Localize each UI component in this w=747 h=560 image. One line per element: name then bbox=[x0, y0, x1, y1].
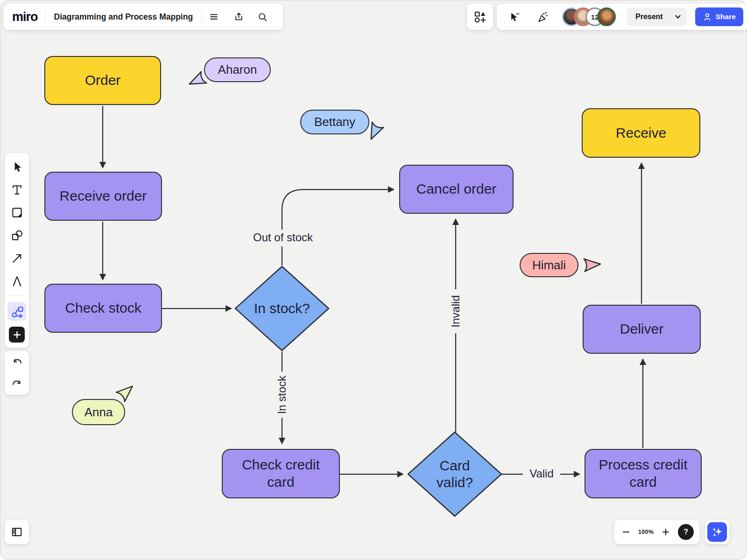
export-icon[interactable] bbox=[232, 11, 244, 23]
history-toolbar bbox=[5, 351, 29, 395]
widgets-panel[interactable] bbox=[467, 4, 493, 30]
node-label: Receive bbox=[616, 125, 666, 142]
undo-icon[interactable] bbox=[8, 354, 25, 371]
node-label: Process credit card bbox=[599, 456, 688, 490]
avatar-stack[interactable]: 12 bbox=[562, 7, 616, 26]
flow-node-deliver[interactable]: Deliver bbox=[583, 305, 701, 354]
node-label: Card valid? bbox=[429, 457, 481, 491]
miro-logo[interactable]: miro bbox=[12, 10, 45, 24]
present-label: Present bbox=[635, 13, 669, 21]
celebrate-icon[interactable] bbox=[536, 11, 549, 23]
divider bbox=[669, 11, 670, 22]
redo-icon[interactable] bbox=[8, 375, 25, 392]
topbar-right: 12 Present Share bbox=[497, 4, 747, 30]
zoom-controls: 100% ? bbox=[614, 520, 699, 544]
ai-assistant-panel bbox=[705, 520, 729, 544]
panel-toggle-icon bbox=[11, 526, 23, 538]
flow-node-receive-order[interactable]: Receive order bbox=[44, 172, 162, 221]
present-button[interactable]: Present bbox=[627, 7, 687, 26]
edge-label-invalid[interactable]: Invalid bbox=[448, 291, 464, 331]
divider bbox=[201, 10, 202, 24]
topbar-left: miro Diagramming and Process Mapping bbox=[4, 4, 283, 30]
node-label: In stock? bbox=[254, 300, 310, 317]
panel-toggle-button[interactable] bbox=[5, 520, 29, 544]
avatar-green-ring[interactable] bbox=[597, 7, 616, 26]
share-button[interactable]: Share bbox=[695, 7, 743, 26]
search-icon[interactable] bbox=[256, 11, 268, 23]
flow-node-receive[interactable]: Receive bbox=[582, 108, 700, 158]
flow-node-check-credit-card[interactable]: Check credit card bbox=[222, 449, 340, 498]
share-label: Share bbox=[716, 13, 736, 21]
node-label: Cancel order bbox=[416, 181, 497, 198]
miro-board-window: Order Receive order Check stock In stock… bbox=[0, 0, 747, 560]
board-title[interactable]: Diagramming and Process Mapping bbox=[46, 12, 202, 22]
node-label: Order bbox=[85, 72, 121, 89]
edge-label-out-of-stock[interactable]: Out of stock bbox=[249, 230, 317, 245]
sticky-note-icon[interactable] bbox=[8, 204, 25, 221]
flow-node-order[interactable]: Order bbox=[44, 56, 161, 105]
chevron-down-icon bbox=[675, 14, 681, 20]
cursor-tag-anna: Anna bbox=[72, 399, 125, 425]
edge-label-valid[interactable]: Valid bbox=[526, 466, 557, 482]
node-label: Deliver bbox=[620, 321, 663, 338]
help-button[interactable]: ? bbox=[678, 524, 694, 540]
text-icon[interactable] bbox=[8, 181, 25, 198]
cursor-tag-aharon: Aharon bbox=[204, 57, 271, 82]
divider bbox=[9, 295, 25, 296]
creation-toolbar bbox=[5, 153, 29, 348]
flow-node-card-valid-label[interactable]: Card valid? bbox=[408, 451, 501, 497]
follow-cursor-icon[interactable] bbox=[508, 11, 521, 23]
flow-node-cancel-order[interactable]: Cancel order bbox=[399, 165, 514, 214]
pen-icon[interactable] bbox=[8, 273, 25, 289]
node-label: Check stock bbox=[65, 300, 141, 317]
add-icon[interactable] bbox=[9, 327, 25, 343]
select-icon[interactable] bbox=[8, 158, 25, 175]
flow-node-in-stock-label[interactable]: In stock? bbox=[235, 294, 329, 322]
zoom-level[interactable]: 100% bbox=[638, 529, 654, 535]
ai-assistant-button[interactable] bbox=[707, 522, 727, 542]
cursor-tag-himali: Himali bbox=[520, 253, 578, 277]
flow-node-process-credit-card[interactable]: Process credit card bbox=[585, 449, 702, 498]
node-label: Receive order bbox=[60, 188, 147, 205]
hamburger-icon[interactable] bbox=[208, 11, 220, 23]
edge-label-in-stock[interactable]: In stock bbox=[274, 372, 290, 418]
connector-outofstock-cancel bbox=[282, 189, 394, 230]
zoom-in-button[interactable] bbox=[660, 526, 672, 538]
widgets-icon bbox=[473, 10, 486, 23]
node-label: Check credit card bbox=[241, 456, 321, 490]
cursor-tag-bettany: Bettany bbox=[300, 110, 369, 134]
sparkles-icon bbox=[711, 525, 724, 539]
connection-line-icon[interactable] bbox=[8, 250, 25, 266]
person-icon bbox=[703, 12, 712, 21]
flow-node-check-stock[interactable]: Check stock bbox=[44, 284, 162, 333]
diagramming-icon[interactable] bbox=[7, 302, 26, 321]
shapes-icon[interactable] bbox=[8, 227, 25, 244]
zoom-out-button[interactable] bbox=[620, 526, 632, 538]
cursor-pointer-himali bbox=[583, 257, 602, 273]
